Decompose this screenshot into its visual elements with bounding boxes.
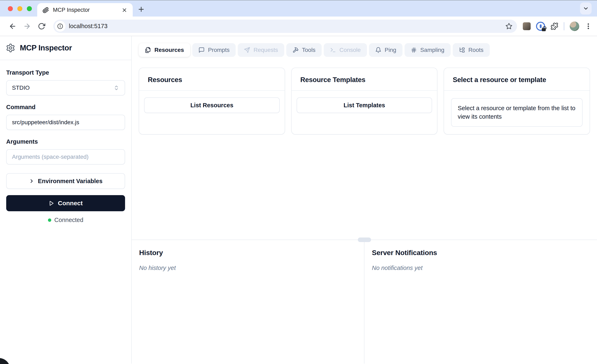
tab-requests[interactable]: Requests — [238, 43, 284, 57]
connection-status: Connected — [6, 217, 125, 223]
lock-icon — [542, 28, 546, 31]
connection-status-label: Connected — [54, 217, 83, 223]
card-body: List Resources — [139, 91, 285, 120]
card-body: List Templates — [292, 91, 437, 120]
tab-sampling[interactable]: Sampling — [405, 43, 451, 57]
browser-tab-title: MCP Inspector — [53, 7, 118, 13]
bottom-split: History No history yet Server Notificati… — [132, 240, 597, 364]
extension-avatar-icon[interactable] — [523, 22, 531, 30]
status-dot-icon — [48, 219, 51, 222]
card-header: Select a resource or template — [444, 68, 589, 91]
close-window-button[interactable] — [8, 6, 13, 11]
card-title: Resource Templates — [300, 76, 429, 84]
tab-label: Roots — [468, 47, 484, 53]
sidebar-header: MCP Inspector — [0, 36, 131, 60]
history-title: History — [139, 249, 357, 257]
resource-preview-card: Select a resource or template Select a r… — [444, 68, 590, 135]
tab-label: Requests — [253, 47, 278, 53]
history-pane: History No history yet — [132, 240, 364, 364]
browser-window: MCP Inspector localhost:5173 — [0, 0, 597, 364]
server-notifications-title: Server Notifications — [372, 249, 589, 257]
extensions-puzzle-icon[interactable] — [550, 22, 558, 30]
info-icon — [57, 23, 63, 29]
environment-variables-button[interactable]: Environment Variables — [6, 173, 125, 189]
play-icon — [48, 200, 54, 206]
card-title: Select a resource or template — [453, 76, 581, 84]
profile-avatar[interactable] — [570, 22, 579, 31]
tab-label: Ping — [385, 47, 396, 53]
cards-row: Resources List Resources Resource Templa… — [132, 57, 597, 135]
chevron-down-icon — [583, 5, 589, 12]
browser-tab[interactable]: MCP Inspector — [37, 3, 133, 17]
toolbar-right-cluster — [523, 22, 592, 31]
folder-tree-icon — [459, 47, 465, 53]
card-header: Resources — [139, 68, 285, 91]
forward-button[interactable] — [20, 19, 34, 33]
plus-icon — [137, 6, 145, 13]
url-text[interactable]: localhost:5173 — [69, 23, 505, 30]
tab-resources[interactable]: Resources — [139, 43, 190, 57]
tab-close-icon[interactable] — [122, 7, 127, 13]
browser-tabstrip: MCP Inspector — [0, 0, 597, 16]
resize-handle[interactable] — [358, 237, 371, 242]
tab-roots[interactable]: Roots — [453, 43, 490, 57]
tab-search-chevron-button[interactable] — [580, 2, 592, 15]
card-header: Resource Templates — [292, 68, 437, 91]
arguments-input[interactable] — [6, 149, 125, 165]
transport-type-select[interactable]: STDIO — [6, 80, 125, 95]
hash-icon — [411, 47, 417, 53]
macos-window-controls — [8, 6, 32, 11]
card-title: Resources — [148, 76, 276, 84]
back-button[interactable] — [5, 19, 20, 33]
main-panel: Resources Prompts Requests Tools Console — [132, 36, 597, 364]
arrow-right-icon — [23, 22, 31, 30]
arguments-label: Arguments — [6, 138, 125, 145]
password-manager-icon[interactable] — [536, 22, 545, 31]
hammer-icon — [292, 47, 299, 53]
chevrons-up-down-icon — [113, 85, 119, 91]
resources-card: Resources List Resources — [139, 68, 285, 135]
files-icon — [145, 47, 151, 53]
bookmark-star-icon[interactable] — [505, 23, 512, 30]
tab-tools[interactable]: Tools — [286, 43, 322, 57]
zoom-window-button[interactable] — [27, 6, 32, 11]
reload-icon — [38, 23, 45, 30]
sidebar: MCP Inspector Transport Type STDIO Comma… — [0, 36, 132, 364]
transport-type-value: STDIO — [12, 85, 30, 91]
url-bar[interactable]: localhost:5173 — [53, 20, 517, 33]
tab-label: Prompts — [208, 47, 229, 53]
notifications-empty-message: No notifications yet — [372, 265, 589, 271]
transport-type-label: Transport Type — [6, 69, 125, 76]
bell-icon — [375, 47, 381, 53]
history-empty-message: No history yet — [139, 265, 357, 271]
tab-label: Sampling — [420, 47, 444, 53]
list-templates-button[interactable]: List Templates — [297, 97, 432, 113]
card-body: Select a resource or template from the l… — [444, 91, 589, 134]
list-resources-button[interactable]: List Resources — [144, 97, 280, 113]
mcp-logo-favicon — [43, 7, 49, 13]
command-input[interactable] — [6, 115, 125, 130]
tab-label: Resources — [154, 47, 184, 53]
connect-button[interactable]: Connect — [6, 195, 125, 211]
new-tab-button[interactable] — [136, 5, 146, 14]
tab-label: Tools — [302, 47, 315, 53]
resource-preview-message: Select a resource or template from the l… — [451, 98, 582, 127]
tab-label: Console — [339, 47, 361, 53]
resource-templates-card: Resource Templates List Templates — [291, 68, 438, 135]
environment-variables-label: Environment Variables — [38, 178, 102, 185]
browser-toolbar: localhost:5173 — [0, 16, 597, 36]
gear-icon — [6, 43, 15, 53]
minimize-window-button[interactable] — [17, 6, 22, 11]
reload-button[interactable] — [34, 19, 49, 33]
toolbar-divider — [564, 22, 564, 30]
site-info-icon[interactable] — [55, 21, 65, 32]
send-icon — [244, 47, 250, 53]
tab-ping[interactable]: Ping — [369, 43, 402, 57]
browser-menu-icon[interactable] — [585, 23, 592, 30]
app-title: MCP Inspector — [20, 44, 72, 52]
command-label: Command — [6, 104, 125, 111]
tab-prompts[interactable]: Prompts — [192, 43, 236, 57]
sidebar-body: Transport Type STDIO Command Arguments E… — [0, 60, 131, 223]
main-tab-bar: Resources Prompts Requests Tools Console — [132, 36, 597, 57]
tab-console[interactable]: Console — [324, 43, 367, 57]
